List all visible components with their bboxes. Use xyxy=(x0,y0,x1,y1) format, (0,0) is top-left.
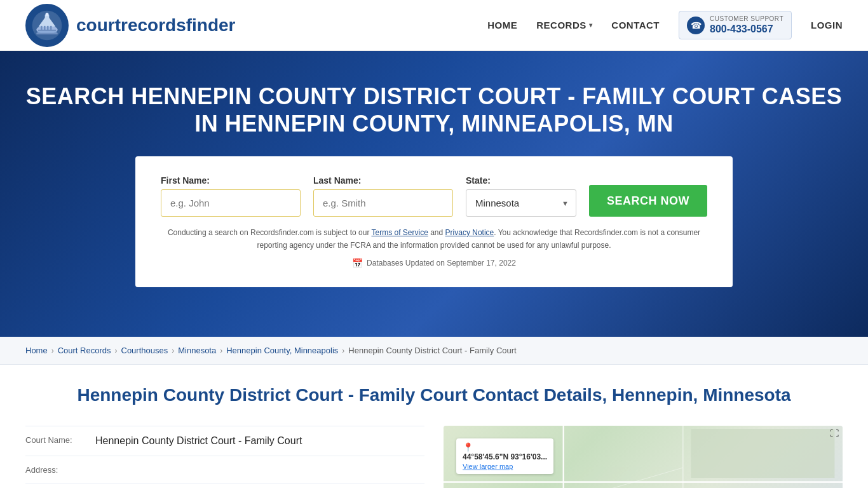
address-label: Address: xyxy=(25,465,95,475)
state-group: State: AlabamaAlaskaArizonaArkansasCalif… xyxy=(466,175,576,217)
breadcrumb: Home › Court Records › Courthouses › Min… xyxy=(25,346,843,355)
svg-point-5 xyxy=(46,13,49,16)
first-name-input[interactable] xyxy=(161,189,301,217)
db-updated: 📅 Databases Updated on September 17, 202… xyxy=(161,258,707,268)
map-pin: 📍 44°58'45.6"N 93°16'03... View larger m… xyxy=(456,438,553,474)
map-inner: 📍 44°58'45.6"N 93°16'03... View larger m… xyxy=(444,426,843,488)
page-heading: Hennepin County District Court - Family … xyxy=(25,384,843,407)
nav-contact[interactable]: CONTACT xyxy=(611,20,660,30)
breadcrumb-sep-1: › xyxy=(51,346,54,355)
breadcrumb-minnesota[interactable]: Minnesota xyxy=(178,346,216,355)
terms-link[interactable]: Terms of Service xyxy=(372,228,428,237)
nav-login[interactable]: LOGIN xyxy=(811,20,843,30)
court-name-value: Hennepin County District Court - Family … xyxy=(95,435,302,447)
map-view-larger[interactable]: View larger map xyxy=(463,463,547,470)
breadcrumb-sep-2: › xyxy=(115,346,118,355)
address-row: Address: xyxy=(25,456,424,484)
logo-text: courtrecordsfinder xyxy=(76,15,236,36)
breadcrumb-current: Hennepin County District Court - Family … xyxy=(348,346,516,355)
logo-icon xyxy=(25,4,69,47)
court-name-label: Court Name: xyxy=(25,435,95,445)
svg-rect-11 xyxy=(37,31,57,33)
breadcrumb-bar: Home › Court Records › Courthouses › Min… xyxy=(0,337,868,365)
breadcrumb-sep-5: › xyxy=(342,346,344,355)
court-name-row: Court Name: Hennepin County District Cou… xyxy=(25,426,424,456)
hero-content: SEARCH HENNEPIN COUNTY DISTRICT COURT - … xyxy=(25,83,843,287)
search-fields: First Name: Last Name: State: AlabamaAla… xyxy=(161,175,707,217)
nav-records[interactable]: RECORDS ▾ xyxy=(536,20,592,30)
last-name-group: Last Name: xyxy=(313,175,453,217)
search-button[interactable]: SEARCH NOW xyxy=(589,185,707,217)
state-wrapper: AlabamaAlaskaArizonaArkansasCaliforniaCo… xyxy=(466,189,576,217)
last-name-label: Last Name: xyxy=(313,175,453,186)
disclaimer-text: Conducting a search on Recordsfinder.com… xyxy=(161,227,707,251)
hero-section: SEARCH HENNEPIN COUNTY DISTRICT COURT - … xyxy=(0,51,868,337)
state-select[interactable]: AlabamaAlaskaArizonaArkansasCaliforniaCo… xyxy=(466,189,576,217)
main-nav: HOME RECORDS ▾ CONTACT ☎ CUSTOMER SUPPOR… xyxy=(487,11,843,39)
svg-rect-12 xyxy=(36,32,57,34)
map-section: 📍 44°58'45.6"N 93°16'03... View larger m… xyxy=(444,426,843,488)
hero-title: SEARCH HENNEPIN COUNTY DISTRICT COURT - … xyxy=(25,83,843,137)
state-label: State: xyxy=(466,175,576,186)
breadcrumb-sep-4: › xyxy=(220,346,222,355)
breadcrumb-home[interactable]: Home xyxy=(25,346,48,355)
phone-support-icon: ☎ xyxy=(687,17,705,34)
site-header: courtrecordsfinder HOME RECORDS ▾ CONTAC… xyxy=(0,0,868,51)
map-pin-icon: 📍 xyxy=(463,442,473,452)
first-name-label: First Name: xyxy=(161,175,301,186)
support-box: ☎ CUSTOMER SUPPORT 800-433-0567 xyxy=(679,11,792,39)
main-content: Hennepin County District Court - Family … xyxy=(0,365,868,488)
nav-home[interactable]: HOME xyxy=(487,20,517,30)
content-grid: Court Name: Hennepin County District Cou… xyxy=(25,426,843,488)
first-name-group: First Name: xyxy=(161,175,301,217)
map-placeholder: 📍 44°58'45.6"N 93°16'03... View larger m… xyxy=(444,426,843,488)
records-chevron-icon: ▾ xyxy=(589,22,593,29)
search-card: First Name: Last Name: State: AlabamaAla… xyxy=(135,156,733,287)
breadcrumb-sep-3: › xyxy=(172,346,174,355)
map-coords: 44°58'45.6"N 93°16'03... xyxy=(463,452,547,461)
info-section: Court Name: Hennepin County District Cou… xyxy=(25,426,424,488)
privacy-link[interactable]: Privacy Notice xyxy=(445,228,494,237)
breadcrumb-hennepin-minneapolis[interactable]: Hennepin County, Minneapolis xyxy=(226,346,338,355)
logo-area: courtrecordsfinder xyxy=(25,4,236,47)
calendar-icon: 📅 xyxy=(352,258,363,268)
breadcrumb-courthouses[interactable]: Courthouses xyxy=(121,346,168,355)
svg-rect-10 xyxy=(38,29,56,31)
svg-rect-18 xyxy=(691,429,834,478)
last-name-input[interactable] xyxy=(313,189,453,217)
support-info: CUSTOMER SUPPORT 800-433-0567 xyxy=(710,15,783,35)
map-expand-icon[interactable]: ⛶ xyxy=(830,428,839,438)
breadcrumb-court-records[interactable]: Court Records xyxy=(58,346,111,355)
